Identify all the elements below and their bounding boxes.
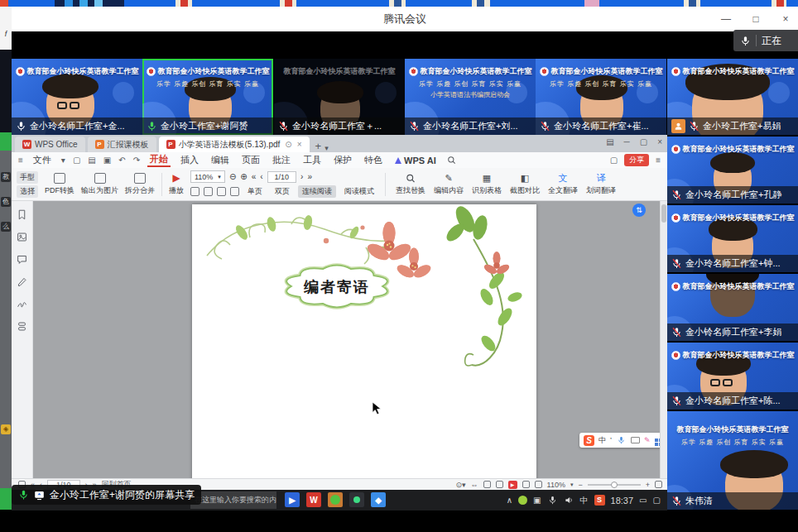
hand-tool-button[interactable]: 手型: [17, 171, 38, 184]
video-tile-active-speaker[interactable]: 教育部金小玲快乐英语教学工作室 乐学 乐趣 乐创 乐育 乐实 乐赢 金小玲工作室…: [142, 59, 273, 135]
tab-wps-home[interactable]: W WPS Office: [15, 137, 85, 152]
taskbar-recorder-icon[interactable]: [349, 492, 364, 507]
select-tool-button[interactable]: 选择: [17, 185, 38, 198]
menu-wps-ai[interactable]: WPS AI: [392, 156, 439, 165]
taskbar-wps-icon[interactable]: W: [306, 492, 321, 507]
tray-camera-icon[interactable]: ▣: [533, 496, 541, 505]
sogou-input-bar[interactable]: S 中 ’ ✎: [579, 433, 660, 448]
play-button[interactable]: ▶ 播放: [169, 173, 184, 196]
read-aloud-icon[interactable]: ⊙▾: [456, 481, 466, 489]
screen-share-banner[interactable]: 金小玲工作室+谢阿赟的屏幕共享: [12, 485, 201, 505]
save-icon[interactable]: ▤: [88, 156, 95, 165]
tray-notification-icon[interactable]: ▭: [639, 496, 647, 505]
menu-featured[interactable]: 特色: [362, 154, 385, 166]
tab-document-2[interactable]: P 汇报课模板: [88, 137, 156, 152]
menu-protect[interactable]: 保护: [331, 154, 354, 166]
signature-icon[interactable]: [17, 299, 27, 309]
taskbar-meeting-icon[interactable]: ▶: [285, 492, 300, 507]
fit-width-icon[interactable]: [204, 187, 213, 196]
toggle-continuous-read[interactable]: 连续阅读: [298, 185, 336, 198]
prev-page-icon[interactable]: ‹: [260, 172, 262, 181]
video-tile[interactable]: 教育部金小玲快乐英语教学工作室 金小玲名师工作室+钟...: [667, 205, 798, 272]
scroll-to-top-button[interactable]: ⇅: [632, 204, 646, 217]
redo-icon[interactable]: ↷: [133, 156, 140, 165]
split-merge-button[interactable]: 拆分合并: [125, 173, 155, 196]
zoom-input[interactable]: 110%▾: [190, 170, 225, 183]
soft-keyboard-icon[interactable]: [631, 437, 640, 443]
stamp-icon[interactable]: [17, 321, 27, 332]
zoom-in-button[interactable]: +: [646, 481, 650, 489]
video-tile[interactable]: 教育部金小玲快乐英语教学工作室 金小铃名师工作室+李娟: [667, 274, 798, 341]
maximize-button[interactable]: □: [750, 13, 762, 25]
taskbar-wechat-icon[interactable]: [328, 492, 343, 507]
tray-mic-icon[interactable]: [547, 496, 558, 505]
toggle-double-page[interactable]: 双页: [271, 185, 294, 198]
new-tab-button[interactable]: +: [315, 140, 322, 152]
tab-list-caret-icon[interactable]: ▾: [324, 144, 329, 152]
print-icon[interactable]: ▣: [103, 156, 111, 165]
punctuation-icon[interactable]: ’: [610, 436, 612, 444]
ime-mode-label[interactable]: 中: [598, 435, 606, 446]
screenshot-compare-button[interactable]: ◧ 截图对比: [510, 173, 540, 196]
tray-expand-icon[interactable]: ∧: [507, 496, 512, 505]
taskbar-cloud-icon[interactable]: ◆: [371, 492, 386, 507]
scrollbar-thumb[interactable]: [661, 204, 666, 223]
wps-restore-button[interactable]: ▢: [640, 137, 647, 146]
skin-brush-icon[interactable]: ✎: [644, 436, 651, 444]
sogou-logo-icon[interactable]: S: [584, 435, 594, 446]
tray-volume-icon[interactable]: [564, 496, 574, 505]
tray-desktop-icon[interactable]: ▢: [653, 496, 661, 505]
vertical-scrollbar[interactable]: [660, 201, 667, 478]
comment-icon[interactable]: [17, 254, 27, 265]
menu-tools[interactable]: 工具: [300, 154, 324, 166]
thumbnail-icon[interactable]: [17, 232, 27, 242]
zoom-out-button[interactable]: −: [578, 481, 582, 489]
menu-edit[interactable]: 编辑: [209, 154, 232, 166]
actual-size-icon[interactable]: [522, 481, 530, 488]
find-replace-button[interactable]: 查找替换: [396, 173, 425, 196]
tab-active-pdf[interactable]: P 小学英语语法模板(5.13).pdf ⊙ ×: [159, 137, 310, 152]
first-page-icon[interactable]: «: [252, 172, 257, 181]
hamburger-icon[interactable]: ≡: [18, 156, 23, 165]
close-button[interactable]: ×: [780, 13, 791, 25]
tray-clock[interactable]: 18:37: [611, 496, 634, 506]
fit-width-icon[interactable]: ⇔: [471, 481, 478, 489]
video-tile[interactable]: 教育部金小玲快乐英语教学工作室 金小玲名师工作室+孔静: [667, 137, 798, 204]
menubar-search-icon[interactable]: [446, 156, 457, 165]
actual-size-icon[interactable]: [217, 187, 226, 196]
play-mode-button[interactable]: ▶: [508, 481, 517, 489]
single-page-icon[interactable]: [483, 481, 491, 488]
page-indicator[interactable]: 1/10: [267, 171, 297, 183]
video-tile[interactable]: 教育部金小玲快乐英语教学工作室 金小玲名师工作室+金...: [12, 59, 142, 135]
fullscreen-icon[interactable]: [655, 481, 662, 488]
minimize-button[interactable]: —: [720, 13, 732, 25]
pdf-convert-button[interactable]: PDF转换: [45, 173, 75, 196]
last-page-icon[interactable]: »: [307, 172, 312, 181]
video-tile[interactable]: 教育部金小玲快乐英语教学工作室 金小玲工作室+易娟: [667, 59, 798, 135]
video-tile[interactable]: 教育部金小玲快乐英语教学工作室 金小玲名师工作室＋...: [274, 59, 405, 135]
menu-insert[interactable]: 插入: [178, 154, 201, 166]
fit-page-icon[interactable]: [190, 187, 200, 196]
fit-page-icon[interactable]: [535, 481, 542, 488]
open-icon[interactable]: ▢: [73, 156, 80, 165]
video-tile[interactable]: 教育部金小玲快乐英语教学工作室 乐学 乐趣 乐创 乐育 乐实 乐赢 朱伟清: [667, 411, 798, 510]
wps-close-button[interactable]: ×: [657, 137, 662, 146]
tray-security-icon[interactable]: [518, 496, 527, 505]
edit-content-button[interactable]: ✎ 编辑内容: [434, 173, 464, 196]
share-button[interactable]: 分享: [624, 154, 649, 166]
word-translate-button[interactable]: 译 划词翻译: [586, 173, 616, 196]
next-page-icon[interactable]: ›: [300, 172, 303, 181]
document-area[interactable]: 编者寄语 S 中 ’ ✎: [33, 201, 660, 478]
menu-comment[interactable]: 批注: [270, 154, 293, 166]
zoom-slider-knob[interactable]: [611, 482, 618, 488]
wps-minimize-button[interactable]: ─: [624, 137, 630, 146]
message-icon[interactable]: ▢: [610, 156, 618, 165]
highlighter-icon[interactable]: [17, 276, 27, 287]
menu-file[interactable]: 文件: [31, 154, 54, 166]
full-translate-button[interactable]: 文 全文翻译: [548, 173, 578, 196]
video-tile[interactable]: 教育部金小玲快乐英语教学工作室 乐学 乐趣 乐创 乐育 乐实 乐赢 金小玲名师工…: [536, 59, 666, 135]
video-tile[interactable]: 教育部金小玲快乐英语教学工作室 金小玲名师工作室+陈...: [667, 343, 798, 410]
wps-layout-icon[interactable]: ▤: [606, 137, 613, 146]
bookmark-icon[interactable]: [17, 209, 27, 220]
video-tile[interactable]: 教育部金小玲快乐英语教学工作室 乐学 乐趣 乐创 乐育 乐实 乐赢 小学英语语法…: [405, 59, 536, 135]
